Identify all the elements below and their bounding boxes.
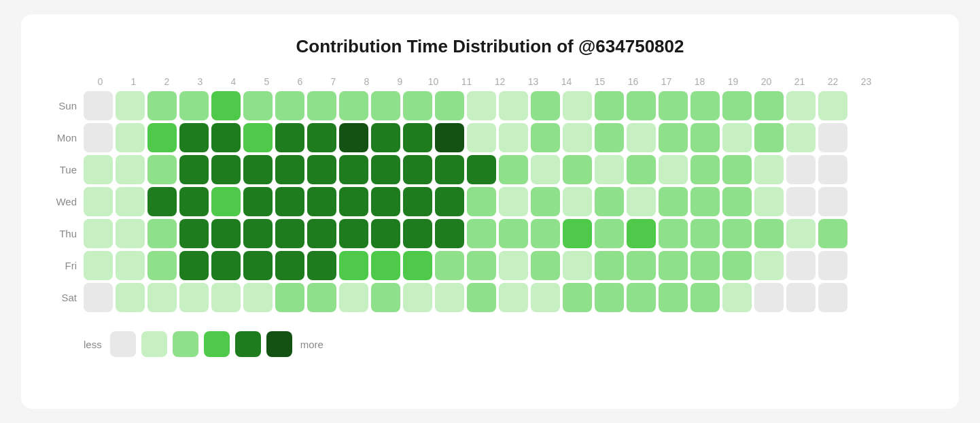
cell-mon-1: [116, 123, 145, 152]
day-label-thu: Thu: [48, 228, 84, 239]
cell-thu-20: [722, 219, 752, 248]
cell-thu-13: [499, 219, 528, 248]
hour-label-20: 20: [750, 76, 783, 87]
cell-tue-18: [659, 155, 688, 184]
legend-cell-4: [235, 331, 261, 357]
cell-wed-20: [722, 187, 752, 216]
day-row-tue: Tue: [48, 155, 932, 184]
cell-thu-21: [754, 219, 784, 248]
cell-sun-6: [275, 91, 304, 120]
cell-thu-17: [627, 219, 656, 248]
cell-fri-14: [531, 251, 560, 280]
cell-wed-3: [179, 187, 209, 216]
cell-tue-8: [339, 155, 368, 184]
cell-tue-21: [754, 155, 784, 184]
cell-fri-1: [116, 251, 145, 280]
cell-tue-1: [116, 155, 145, 184]
legend-cell-1: [141, 331, 167, 357]
cell-thu-12: [467, 219, 496, 248]
day-row-sun: Sun: [48, 91, 932, 120]
cell-wed-8: [339, 187, 368, 216]
cells-sat: [84, 283, 847, 312]
day-row-fri: Fri: [48, 251, 932, 280]
cell-tue-4: [211, 155, 241, 184]
cell-tue-11: [435, 155, 464, 184]
cell-mon-3: [179, 123, 209, 152]
cells-thu: [84, 219, 847, 248]
cell-sat-18: [659, 283, 688, 312]
cell-sun-20: [722, 91, 752, 120]
cell-fri-15: [563, 251, 592, 280]
cell-wed-12: [467, 187, 496, 216]
hours-row: 01234567891011121314151617181920212223: [84, 76, 932, 87]
cell-thu-23: [818, 219, 847, 248]
cell-sat-8: [339, 283, 368, 312]
cell-tue-14: [531, 155, 560, 184]
cell-tue-15: [563, 155, 592, 184]
cell-mon-16: [595, 123, 624, 152]
cell-thu-4: [211, 219, 241, 248]
cell-thu-6: [275, 219, 304, 248]
cell-sat-10: [403, 283, 432, 312]
cell-wed-23: [818, 187, 847, 216]
cell-wed-14: [531, 187, 560, 216]
hour-label-17: 17: [650, 76, 683, 87]
chart-area: 01234567891011121314151617181920212223 S…: [48, 76, 932, 357]
day-label-fri: Fri: [48, 260, 84, 271]
cell-thu-10: [403, 219, 432, 248]
cell-mon-6: [275, 123, 304, 152]
cell-mon-15: [563, 123, 592, 152]
hour-label-22: 22: [816, 76, 850, 87]
cell-sun-21: [754, 91, 784, 120]
cell-mon-19: [690, 123, 720, 152]
cell-sat-1: [116, 283, 145, 312]
hour-label-10: 10: [417, 76, 450, 87]
cell-fri-16: [595, 251, 624, 280]
legend-cell-3: [204, 331, 230, 357]
hour-label-5: 5: [250, 76, 283, 87]
day-row-mon: Mon: [48, 123, 932, 152]
day-row-wed: Wed: [48, 187, 932, 216]
cell-wed-7: [307, 187, 336, 216]
cell-mon-7: [307, 123, 336, 152]
cell-fri-17: [627, 251, 656, 280]
hour-label-1: 1: [117, 76, 150, 87]
hour-label-3: 3: [183, 76, 217, 87]
cell-wed-17: [627, 187, 656, 216]
cell-tue-7: [307, 155, 336, 184]
cell-mon-12: [467, 123, 496, 152]
cell-sat-2: [147, 283, 177, 312]
cell-mon-22: [786, 123, 816, 152]
cell-tue-0: [84, 155, 113, 184]
cell-tue-13: [499, 155, 528, 184]
day-label-wed: Wed: [48, 196, 84, 207]
day-row-thu: Thu: [48, 219, 932, 248]
cell-wed-1: [116, 187, 145, 216]
cell-sun-12: [467, 91, 496, 120]
cell-fri-23: [818, 251, 847, 280]
cell-mon-21: [754, 123, 784, 152]
cells-sun: [84, 91, 847, 120]
hour-label-18: 18: [683, 76, 716, 87]
cell-sat-15: [563, 283, 592, 312]
cell-tue-2: [147, 155, 177, 184]
cell-mon-5: [243, 123, 273, 152]
cell-thu-5: [243, 219, 273, 248]
cells-mon: [84, 123, 847, 152]
hour-label-7: 7: [317, 76, 350, 87]
cell-tue-19: [690, 155, 720, 184]
cell-sat-12: [467, 283, 496, 312]
cell-wed-5: [243, 187, 273, 216]
cell-sun-16: [595, 91, 624, 120]
hour-label-16: 16: [616, 76, 650, 87]
cell-sat-22: [786, 283, 816, 312]
cell-mon-14: [531, 123, 560, 152]
cell-thu-7: [307, 219, 336, 248]
cell-sat-9: [371, 283, 400, 312]
cell-sat-0: [84, 283, 113, 312]
cell-sat-20: [722, 283, 752, 312]
cell-wed-22: [786, 187, 816, 216]
cell-sun-3: [179, 91, 209, 120]
cell-wed-19: [690, 187, 720, 216]
cell-sun-4: [211, 91, 241, 120]
